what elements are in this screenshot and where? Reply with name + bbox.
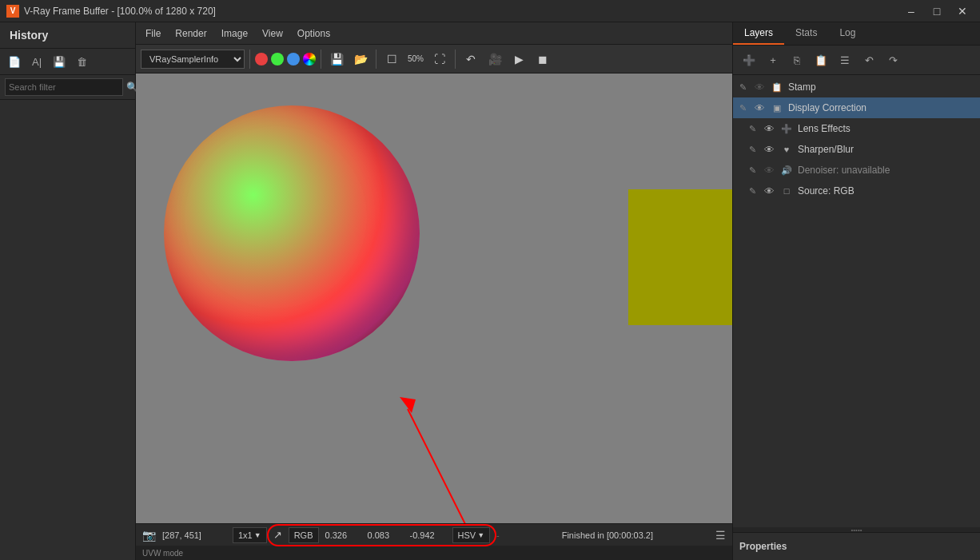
menu-options[interactable]: Options (291, 25, 337, 42)
history-header: History (0, 22, 135, 49)
rendered-sphere (164, 105, 420, 361)
layer-edit-icon-5: ✎ (749, 165, 756, 176)
menu-image[interactable]: Image (215, 25, 254, 42)
main-container: History 📄 A| 💾 🗑 🔍 ▼ File Render Image V… (0, 22, 980, 560)
render-viewport (136, 73, 732, 523)
layer-visibility-stamp[interactable]: 👁 (753, 81, 766, 93)
layer-edit-icon-3: ✎ (749, 124, 756, 134)
statusbar: 📷 [287, 451] 1x1 ▼ ↗ RGB 0.326 0.083 -0.… (136, 523, 732, 546)
layer-name-sb: Sharpen/Blur (798, 144, 854, 155)
rgb-channel-btn[interactable]: RGB (289, 527, 319, 543)
layer-edit-icon-2: ✎ (739, 103, 747, 113)
titlebar: V V-Ray Frame Buffer - [100.0% of 1280 x… (0, 0, 980, 22)
zoom-label: 50% (408, 54, 424, 63)
tab-stats[interactable]: Stats (784, 22, 828, 45)
pixel-values-group: ↗ RGB 0.326 0.083 -0.942 HSV ▼ (273, 527, 490, 543)
layer-item-stamp[interactable]: ✎ 👁 📋 Stamp (733, 77, 980, 97)
tab-log[interactable]: Log (828, 22, 866, 45)
layer-edit-icon-4: ✎ (749, 145, 756, 155)
color-blue[interactable] (287, 53, 300, 66)
statusbar-menu-btn[interactable]: ☰ (715, 529, 726, 542)
color-multi[interactable] (303, 53, 316, 66)
uvw-label: UVW mode (142, 549, 183, 558)
load-image-btn[interactable]: 📂 (350, 49, 371, 70)
camera-btn[interactable]: 🎥 (484, 49, 505, 70)
uvw-bar: UVW mode (136, 546, 732, 560)
status-time: Finished in [00:00:03.2] (506, 530, 709, 540)
center-panel: File Render Image View Options VRaySampl… (136, 22, 732, 560)
layers-add-btn[interactable]: ➕ (738, 49, 760, 71)
layers-duplicate-btn[interactable]: ⎘ (786, 49, 808, 71)
properties-section: Properties (733, 532, 980, 560)
layer-edit-icon-6: ✎ (749, 186, 756, 197)
render-btn[interactable]: ▶ (508, 49, 529, 70)
status-val1: 0.326 (325, 530, 361, 540)
menu-file[interactable]: File (139, 25, 167, 42)
titlebar-left: V V-Ray Frame Buffer - [100.0% of 1280 x… (6, 5, 216, 18)
sample-selector[interactable]: 1x1 ▼ (233, 527, 267, 543)
layers-toolbar: ➕ + ⎘ 📋 ☰ ↶ ↷ (733, 46, 980, 75)
close-button[interactable]: ✕ (951, 3, 974, 19)
minimize-button[interactable]: – (900, 3, 922, 19)
color-red[interactable] (255, 53, 268, 66)
status-curve-icon: ↗ (273, 529, 282, 541)
layer-icon-stamp: 📋 (771, 81, 783, 93)
right-tabs: Layers Stats Log (733, 22, 980, 46)
stop-btn[interactable]: ◼ (532, 49, 553, 70)
layers-list-btn[interactable]: ☰ (834, 49, 856, 71)
layer-visibility-le[interactable]: 👁 (763, 122, 775, 135)
layer-visibility-sb[interactable]: 👁 (763, 143, 775, 156)
toolbar-separator-4 (455, 50, 456, 69)
select-region-btn[interactable]: ☐ (381, 49, 402, 70)
layer-visibility-dn[interactable]: 👁 (763, 164, 775, 177)
titlebar-title: V-Ray Frame Buffer - [100.0% of 1280 x 7… (24, 6, 216, 17)
search-input[interactable] (5, 78, 123, 96)
layer-name-le: Lens Effects (798, 123, 851, 134)
layer-name-src: Source: RGB (798, 185, 855, 197)
layer-item-lens-effects[interactable]: ✎ 👁 ➕ Lens Effects (733, 118, 980, 139)
maximize-button[interactable]: □ (926, 3, 948, 19)
menu-view[interactable]: View (256, 25, 289, 42)
layer-icon-dn: 🔊 (780, 164, 793, 177)
history-save-btn[interactable]: 💾 (50, 52, 69, 71)
status-val3: -0.942 (410, 530, 446, 540)
zoom-btn[interactable]: 50% (405, 49, 426, 70)
layer-name-stamp: Stamp (788, 81, 816, 93)
history-toolbar: 📄 A| 💾 🗑 (0, 49, 135, 75)
layers-undo-btn[interactable]: ↶ (858, 49, 880, 71)
layers-merge-btn[interactable]: 📋 (810, 49, 832, 71)
layer-item-display-correction[interactable]: ✎ 👁 ▣ Display Correction (733, 97, 980, 118)
color-green[interactable] (271, 53, 284, 66)
app-icon: V (6, 5, 19, 18)
layer-visibility-dc[interactable]: 👁 (753, 101, 766, 114)
search-container: 🔍 ▼ (0, 75, 135, 100)
status-coords: [287, 451] (162, 530, 226, 540)
render-toolbar: VRaySamplerInfo 💾 📂 ☐ 50% ⛶ ↶ 🎥 ▶ ◼ (136, 45, 732, 73)
status-separator: - (496, 530, 500, 540)
history-delete-btn[interactable]: 🗑 (72, 52, 91, 71)
layer-item-denoiser[interactable]: ✎ 👁 🔊 Denoiser: unavailable (733, 160, 980, 181)
layer-icon-sb: ♥ (780, 143, 793, 156)
undo-btn[interactable]: ↶ (460, 49, 481, 70)
layer-item-sharpen-blur[interactable]: ✎ 👁 ♥ Sharpen/Blur (733, 139, 980, 160)
hsv-channel-btn[interactable]: HSV ▼ (452, 527, 491, 543)
layer-icon-src: □ (780, 185, 793, 197)
history-new-btn[interactable]: 📄 (5, 52, 24, 71)
history-panel: History 📄 A| 💾 🗑 🔍 ▼ (0, 22, 136, 560)
toolbar-separator-1 (249, 50, 250, 69)
layers-redo-btn[interactable]: ↷ (882, 49, 904, 71)
properties-title: Properties (739, 538, 974, 555)
save-image-btn[interactable]: 💾 (326, 49, 347, 70)
status-val2: 0.083 (368, 530, 404, 540)
toolbar-separator-3 (376, 50, 376, 69)
channel-dropdown[interactable]: VRaySamplerInfo (141, 50, 245, 69)
sphere-container (156, 81, 428, 497)
tab-layers[interactable]: Layers (733, 22, 784, 45)
menu-bar: File Render Image View Options (136, 22, 732, 45)
layer-visibility-src[interactable]: 👁 (763, 185, 775, 197)
layer-item-source-rgb[interactable]: ✎ 👁 □ Source: RGB (733, 181, 980, 201)
history-rename-btn[interactable]: A| (27, 52, 46, 71)
menu-render[interactable]: Render (169, 25, 213, 42)
fullscreen-btn[interactable]: ⛶ (429, 49, 450, 70)
layers-add-type-btn[interactable]: + (762, 49, 784, 71)
